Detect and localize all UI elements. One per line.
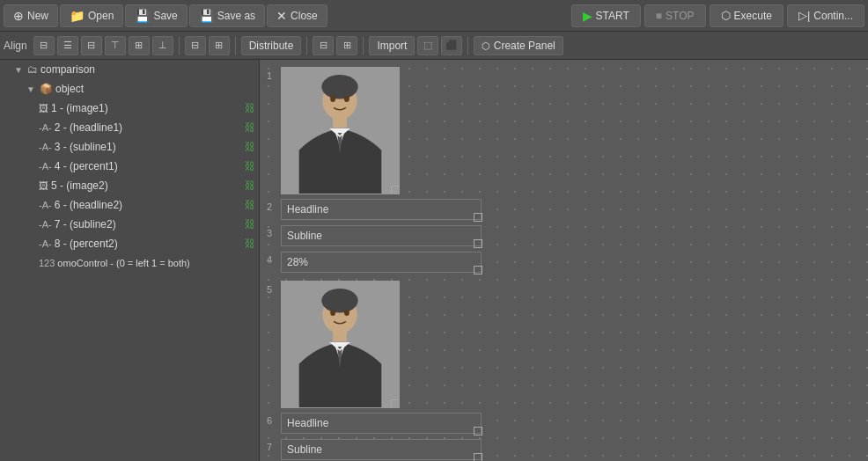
svg-point-5 — [330, 96, 335, 102]
cell-indicator-3 — [474, 239, 482, 248]
align-center-button[interactable]: ☰ — [57, 36, 78, 55]
tree-object[interactable]: ▼ 📦 object — [0, 79, 259, 99]
create-panel-label: Create Panel — [494, 40, 555, 52]
tree-item-3[interactable]: -A- 3 - (subline1) ⛓ — [0, 137, 259, 157]
close-button[interactable]: ✕ Close — [267, 4, 327, 27]
import-extra2-icon: ⬛ — [445, 40, 458, 51]
main-content: ▼ 🗂 comparison ▼ 📦 object 🖼 1 - (image1)… — [0, 60, 868, 461]
text-icon-6: -A- — [39, 200, 52, 210]
text-icon-3: -A- — [39, 142, 52, 152]
import-button[interactable]: Import — [369, 36, 415, 55]
tree-item-omo[interactable]: 123 omoControl - (0 = left 1 = both) — [0, 253, 259, 273]
align-toolbar: Align ⊟ ☰ ⊟ ⊤ ⊞ ⊥ ⊟ ⊞ Distribute ⊟ ⊞ Imp… — [0, 32, 868, 60]
align-top-button[interactable]: ⊤ — [105, 36, 126, 55]
dist-v-button[interactable]: ⊞ — [209, 36, 230, 55]
start-button[interactable]: ▶ START — [571, 4, 641, 27]
new-icon: ⊕ — [13, 9, 24, 23]
saveas-button[interactable]: 💾 Save as — [189, 4, 265, 27]
subline1-input[interactable] — [281, 225, 482, 246]
extra2-button[interactable]: ⊞ — [336, 36, 357, 55]
dist-h-button[interactable]: ⊟ — [185, 36, 206, 55]
stop-button[interactable]: ■ STOP — [644, 4, 706, 27]
continue-label: Contin... — [813, 10, 853, 22]
row-num-3: 3 — [267, 224, 281, 238]
saveas-label: Save as — [217, 10, 255, 22]
import-extra2-button[interactable]: ⬛ — [441, 36, 462, 55]
percent1-input[interactable] — [281, 252, 482, 273]
align-left-button[interactable]: ⊟ — [33, 36, 55, 55]
import-extra1-button[interactable]: ⬚ — [417, 36, 438, 55]
save-button[interactable]: 💾 Save — [125, 4, 187, 27]
tree-item-2[interactable]: -A- 2 - (headline1) ⛓ — [0, 118, 259, 137]
text-cell-3 — [281, 224, 482, 247]
canvas-area: 1 — [260, 60, 868, 461]
open-button[interactable]: 📁 Open — [60, 4, 123, 27]
cell-indicator-6 — [474, 427, 482, 435]
text-icon-8: -A- — [39, 238, 52, 249]
canvas-row-2: 2 — [267, 198, 861, 221]
text-cell-2 — [281, 198, 482, 221]
tree-root-comparison[interactable]: ▼ 🗂 comparison — [0, 60, 259, 79]
link-icon-4: ⛓ — [245, 160, 255, 172]
headline1-input[interactable] — [281, 199, 482, 220]
canvas-row-1: 1 — [267, 67, 861, 194]
align-center-icon: ☰ — [63, 40, 72, 51]
image-cell-5[interactable] — [281, 281, 400, 408]
text-icon-2: -A- — [39, 122, 52, 133]
extra1-icon: ⊟ — [320, 40, 327, 51]
link-icon-5: ⛓ — [245, 179, 255, 192]
close-icon: ✕ — [276, 9, 287, 23]
canvas-content: 1 — [260, 60, 868, 461]
tree-item-5[interactable]: 🖼 5 - (image2) ⛓ — [0, 176, 259, 195]
align-top-icon: ⊤ — [111, 40, 120, 51]
extra1-button[interactable]: ⊟ — [313, 36, 334, 55]
canvas-row-4: 4 — [267, 251, 861, 274]
cell-indicator-4 — [474, 266, 482, 274]
create-panel-button[interactable]: ⬡ Create Panel — [474, 36, 563, 55]
align-vcenter-button[interactable]: ⊞ — [129, 36, 150, 55]
link-icon-8: ⛓ — [245, 238, 255, 250]
execute-button[interactable]: ⬡ Execute — [710, 4, 783, 27]
tree-item-1[interactable]: 🖼 1 - (image1) ⛓ — [0, 99, 259, 118]
folder-icon: 🗂 — [27, 63, 38, 76]
align-left-icon: ⊟ — [40, 40, 48, 51]
image-icon-5: 🖼 — [39, 180, 48, 191]
subline2-input[interactable] — [281, 439, 482, 460]
expand-icon: ▼ — [14, 65, 25, 75]
tree-item-8[interactable]: -A- 8 - (percent2) ⛓ — [0, 234, 259, 253]
distribute-label: Distribute — [249, 40, 294, 52]
canvas-row-5: 5 — [267, 281, 861, 408]
svg-rect-11 — [333, 331, 347, 341]
link-icon-1: ⛓ — [245, 102, 255, 114]
saveas-icon: 💾 — [199, 9, 214, 23]
tree-label-1: 1 - (image1) — [51, 102, 242, 114]
tree-object-label: object — [55, 83, 259, 95]
distribute-button[interactable]: Distribute — [241, 36, 302, 55]
align-right-button[interactable]: ⊟ — [81, 36, 102, 55]
stop-label: STOP — [666, 10, 694, 22]
close-label: Close — [291, 10, 318, 22]
image-cell-1[interactable] — [281, 67, 400, 194]
tree-item-4[interactable]: -A- 4 - (percent1) ⛓ — [0, 157, 259, 176]
tree-label-omo: omoControl - (0 = left 1 = both) — [57, 258, 259, 268]
open-icon: 📁 — [70, 9, 85, 23]
headline2-input[interactable] — [281, 413, 482, 434]
start-label: START — [596, 10, 629, 22]
cell-indicator-5 — [391, 399, 400, 408]
row-num-1: 1 — [267, 67, 281, 81]
top-toolbar: ⊕ New 📁 Open 💾 Save 💾 Save as ✕ Close ▶ … — [0, 0, 868, 32]
save-icon: 💾 — [135, 9, 150, 23]
row-num-7: 7 — [267, 438, 281, 452]
align-right-icon: ⊟ — [87, 40, 95, 51]
tree-root-label: comparison — [40, 63, 259, 76]
svg-point-12 — [330, 310, 335, 316]
object-icon: 📦 — [40, 83, 53, 95]
new-button[interactable]: ⊕ New — [4, 4, 58, 27]
align-bottom-button[interactable]: ⊥ — [152, 36, 173, 55]
continue-button[interactable]: ▷| Contin... — [787, 4, 864, 27]
tree-item-7[interactable]: -A- 7 - (subline2) ⛓ — [0, 215, 259, 234]
import-extra1-icon: ⬚ — [423, 40, 432, 51]
tree-item-6[interactable]: -A- 6 - (headline2) ⛓ — [0, 195, 259, 215]
row-num-5: 5 — [267, 281, 281, 295]
align-vcenter-icon: ⊞ — [135, 40, 143, 51]
